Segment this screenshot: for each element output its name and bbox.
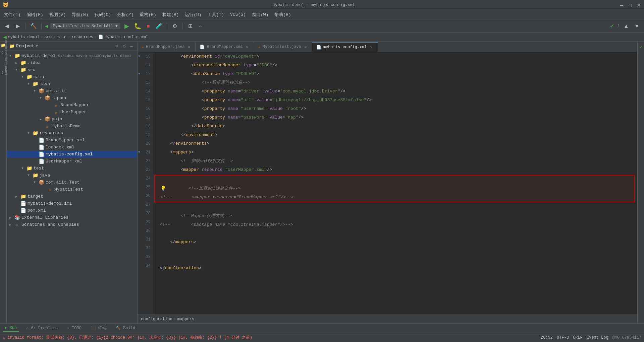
code-line-30 [154, 229, 637, 238]
tree-item-usermapper-xml[interactable]: ▶ 📄 UserMapper.xml [7, 158, 137, 165]
tab-close-brandmapper-xml[interactable]: ✕ [245, 45, 250, 49]
line-separator[interactable]: CRLF [573, 335, 583, 340]
menu-file[interactable]: 文件(F) [1, 11, 23, 18]
menu-navigate[interactable]: 导航(N) [69, 11, 91, 18]
tree-item-resources[interactable]: ▼ 📁 resources [7, 130, 137, 137]
fold-icon-12[interactable]: ▼ [138, 70, 140, 78]
tree-arrow-mapper: ▼ [40, 96, 44, 100]
menu-window[interactable]: 窗口(W) [249, 11, 271, 18]
tree-item-test[interactable]: ▼ 📁 test [7, 165, 137, 172]
tree-item-mybatis-config[interactable]: ▶ 📄 mybatis-config.xml [7, 151, 137, 158]
menu-edit[interactable]: 编辑(E) [24, 11, 46, 18]
breadcrumb-resources[interactable]: resources [71, 35, 93, 40]
tabs-bar: ☕ BrandMapper.java ✕ 📄 BrandMapper.xml ✕… [138, 42, 637, 52]
breadcrumb-src[interactable]: src [44, 35, 52, 40]
tab-mybatistest-java[interactable]: ☕ MybatisTest.java ✕ [254, 42, 312, 52]
left-strip-structure-icon[interactable]: Z-Structure [1, 50, 6, 55]
panel-cog-btn[interactable]: ⚙ [121, 43, 127, 49]
bottom-tab-todo[interactable]: ≡ TODO [65, 325, 84, 331]
tree-item-external-libs[interactable]: ▶ 📚 External Libraries [7, 214, 137, 221]
tab-close-mybatistest-java[interactable]: ✕ [303, 45, 308, 49]
nav-arrow-left[interactable]: ◀ [45, 23, 48, 29]
tree-item-iml[interactable]: ▶ 📄 mybatis-demo1.iml [7, 200, 137, 207]
line-26: 26 [138, 192, 154, 200]
tree-item-root[interactable]: ▼ 📁 mybatis-demo1 D:\idea-maven-space\my… [7, 52, 137, 59]
tree-item-pom[interactable]: ▶ 📄 pom.xml [7, 207, 137, 214]
run-config-label: MybatisTest.testSelectAll [53, 24, 113, 28]
tab-close-brandmapper-java[interactable]: ✕ [186, 45, 191, 49]
minimize-button[interactable]: ─ [619, 3, 624, 7]
bottom-tab-terminal[interactable]: ⬛ 终端 [89, 325, 108, 332]
tree-item-pojo[interactable]: ▶ 📦 pojo [7, 116, 137, 123]
breadcrumb-main[interactable]: main [57, 35, 66, 40]
menu-run[interactable]: 运行(U) [182, 11, 204, 18]
tab-brandmapper-java[interactable]: ☕ BrandMapper.java ✕ [138, 42, 196, 52]
panel-expand-btn[interactable]: — [128, 43, 135, 49]
tree-item-brandmapper[interactable]: ▶ ☕ BrandMapper [7, 101, 137, 109]
editor-breadcrumb-mappers[interactable]: mappers [177, 317, 194, 322]
tree-item-brandmapper-xml[interactable]: ▶ 📄 BrandMapper.xml [7, 137, 137, 144]
line-20: 20 [138, 139, 154, 148]
code-line-33 [154, 255, 637, 264]
tree-item-java[interactable]: ▼ 📁 java [7, 80, 137, 87]
menu-help[interactable]: 帮助(H) [272, 11, 293, 18]
panel-sync-btn[interactable]: ⊕ [114, 43, 120, 49]
stop-button[interactable]: ■ [144, 22, 153, 30]
close-button[interactable]: ✕ [637, 3, 641, 7]
settings-button[interactable]: ⚙ [170, 22, 179, 30]
event-log-btn[interactable]: Event Log [587, 335, 608, 340]
bottom-tab-problems[interactable]: ⚠ 6: Problems [24, 325, 60, 331]
menu-tools[interactable]: 工具(T) [205, 11, 227, 18]
menu-refactor[interactable]: 重构(R) [137, 11, 159, 18]
tree-item-com-aiit-test[interactable]: ▼ 📦 com.aiit.Test [7, 179, 137, 186]
tab-close-mybatis-config[interactable]: ✕ [369, 45, 374, 50]
back-button[interactable]: ◀ [3, 22, 11, 30]
forward-button[interactable]: ▶ [13, 22, 22, 30]
warnings-down[interactable]: ▼ [633, 22, 641, 30]
warnings-up[interactable]: ▲ [622, 22, 631, 30]
tab-brandmapper-xml[interactable]: 📄 BrandMapper.xml ✕ [196, 42, 254, 52]
title-bar-title: mybatis-demo1 - mybatis-config.xml [273, 3, 355, 7]
breadcrumb-project[interactable]: mybatis-demo1 [8, 35, 40, 40]
more-button[interactable]: ⋯ [197, 22, 206, 30]
tree-item-mapper[interactable]: ▼ 📦 mapper [7, 94, 137, 101]
tree-icon-usermapper: ☕ [53, 109, 59, 115]
line-11: 11 [138, 61, 154, 70]
left-strip-favorites-icon[interactable]: Z-Favorites [1, 70, 6, 75]
tree-item-test-java[interactable]: ▼ 📁 java [7, 172, 137, 179]
menu-code[interactable]: 代码(C) [92, 11, 114, 18]
code-content[interactable]: <environment id="development"> <transact… [154, 52, 637, 315]
tree-item-src[interactable]: ▼ 📁 src [7, 66, 137, 73]
run-config-selector[interactable]: MybatisTest.testSelectAll ▼ [50, 23, 120, 29]
menu-view[interactable]: 视图(V) [47, 11, 68, 18]
fold-icon-21[interactable]: ▼ [138, 148, 140, 157]
tree-item-com-aiit[interactable]: ▼ 📦 com.aiit [7, 87, 137, 94]
tree-item-target[interactable]: ▶ 📁 target [7, 193, 137, 200]
coverage-button[interactable]: 🧪 [155, 22, 163, 30]
menu-build[interactable]: 构建(B) [160, 11, 181, 18]
tree-item-main[interactable]: ▼ 📁 main [7, 73, 137, 80]
tree-icon-com-aiit: 📦 [38, 88, 44, 94]
bottom-tab-build[interactable]: 🔨 Build [114, 325, 137, 331]
build-button[interactable]: 🔨 [29, 22, 38, 30]
layout-button[interactable]: ⊞ [186, 22, 195, 30]
tree-item-logback[interactable]: ▶ 📄 logback.xml [7, 144, 137, 151]
debug-button[interactable]: 🐛 [133, 22, 142, 30]
tree-item-idea[interactable]: ▶ 📁 .idea [7, 59, 137, 66]
breadcrumb-file[interactable]: mybatis-config.xml [105, 35, 148, 40]
tab-mybatis-config[interactable]: 📄 mybatis-config.xml ✕ [312, 42, 378, 52]
menu-analyze[interactable]: 分析(Z) [114, 11, 136, 18]
fold-icon-10[interactable]: ▼ [138, 52, 140, 61]
maximize-button[interactable]: □ [628, 3, 633, 7]
main-layout: 📁 Z-Structure Z-Favorites 📁 Project ▼ ⊕ … [0, 42, 644, 323]
menu-vcs[interactable]: VCS(S) [227, 11, 249, 18]
bottom-tab-run[interactable]: ▶ Run [3, 325, 19, 332]
tree-item-usermapper[interactable]: ▶ ☕ UserMapper [7, 109, 137, 116]
run-button[interactable]: ▶ [122, 22, 131, 30]
tree-item-mybatisdemo[interactable]: ▶ ☕ mybatisDemo [7, 123, 137, 130]
tree-item-mybatistest[interactable]: ▶ ☕ MybatisTest [7, 186, 137, 193]
editor-breadcrumb-configuration[interactable]: configuration [141, 317, 172, 322]
encoding-label[interactable]: UTF-8 [557, 335, 569, 340]
tree-item-scratches[interactable]: ▶ ✏️ Scratches and Consoles [7, 221, 137, 228]
code-line-17: <property name="password" value="hsp"/> [154, 113, 637, 122]
